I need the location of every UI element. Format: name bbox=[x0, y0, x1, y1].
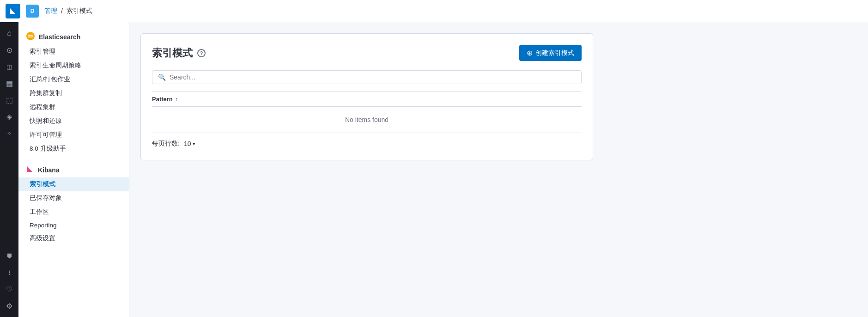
elasticsearch-label: Elasticsearch bbox=[39, 33, 80, 41]
sidebar-item-settings[interactable]: ⚙ bbox=[2, 299, 17, 313]
breadcrumb-current: 索引模式 bbox=[67, 7, 92, 15]
nav-item-snapshot-restore[interactable]: 快照和还原 bbox=[18, 114, 129, 128]
kibana-section-header: Kibana bbox=[18, 161, 129, 177]
nav-item-snapshot[interactable]: 汇总/打包作业 bbox=[18, 73, 129, 86]
sidebar-item-visualize[interactable]: ◫ bbox=[2, 59, 17, 74]
sort-icon[interactable]: ↑ bbox=[176, 97, 178, 102]
sidebar-item-apm[interactable]: ⌇ bbox=[2, 265, 17, 280]
kibana-label: Kibana bbox=[38, 166, 60, 174]
per-page-prefix: 每页行数: bbox=[152, 140, 180, 148]
nav-item-reporting[interactable]: Reporting bbox=[18, 219, 129, 232]
pagination-row: 每页行数: 10 ▾ bbox=[152, 139, 582, 149]
nav-section-gap bbox=[18, 156, 129, 161]
column-pattern-label: Pattern bbox=[152, 96, 173, 103]
sidebar-item-ml[interactable]: ⟡ bbox=[2, 126, 17, 140]
chevron-down-icon: ▾ bbox=[193, 141, 195, 147]
per-page-selector[interactable]: 10 ▾ bbox=[182, 139, 198, 149]
nav-item-advanced-settings[interactable]: 高级设置 bbox=[18, 232, 129, 245]
user-avatar[interactable]: D bbox=[26, 5, 39, 18]
nav-item-spaces[interactable]: 工作区 bbox=[18, 205, 129, 219]
nav-item-index-patterns[interactable]: 索引模式 bbox=[18, 177, 129, 191]
breadcrumb-divider: / bbox=[61, 7, 63, 15]
sidebar-item-dashboard[interactable]: ▦ bbox=[2, 76, 17, 91]
sidebar-item-maps[interactable]: ◈ bbox=[2, 109, 17, 124]
nav-item-index-lifecycle[interactable]: 索引生命周期策略 bbox=[18, 59, 129, 73]
per-page-value: 10 bbox=[184, 140, 191, 147]
breadcrumb-manage[interactable]: 管理 bbox=[44, 7, 57, 15]
elasticsearch-section-header: Elasticsearch bbox=[18, 28, 129, 45]
nav-item-saved-objects[interactable]: 已保存对象 bbox=[18, 191, 129, 205]
search-input[interactable] bbox=[170, 73, 576, 81]
no-items-label: No items found bbox=[345, 116, 388, 123]
page-title-text: 索引模式 bbox=[152, 46, 193, 60]
nav-item-license[interactable]: 许可可管理 bbox=[18, 128, 129, 142]
create-button-label: 创建索引模式 bbox=[535, 49, 574, 57]
icon-sidebar: ⌂ ⊙ ◫ ▦ ⬚ ◈ ⟡ ⛊ ⌇ ♡ ⚙ bbox=[0, 22, 18, 317]
kibana-section-logo-icon bbox=[26, 165, 34, 175]
sidebar-item-canvas[interactable]: ⬚ bbox=[2, 92, 17, 107]
sidebar-item-home[interactable]: ⌂ bbox=[2, 26, 17, 41]
nav-item-index-mgmt[interactable]: 索引管理 bbox=[18, 45, 129, 59]
kibana-logo-icon[interactable] bbox=[6, 4, 20, 18]
nav-item-remote-cluster[interactable]: 远程集群 bbox=[18, 100, 129, 114]
create-icon: ⊕ bbox=[527, 49, 533, 57]
create-index-pattern-button[interactable]: ⊕ 创建索引模式 bbox=[519, 45, 582, 61]
main-layout: ⌂ ⊙ ◫ ▦ ⬚ ◈ ⟡ ⛊ ⌇ ♡ ⚙ Elasticsearch 索引管理… bbox=[0, 22, 868, 317]
sidebar-item-discover[interactable]: ⊙ bbox=[2, 43, 17, 57]
table-header: Pattern ↑ bbox=[152, 91, 582, 107]
content-area: 索引模式 ? ⊕ 创建索引模式 🔍 Pattern ↑ No item bbox=[129, 22, 868, 317]
page-title-row: 索引模式 ? ⊕ 创建索引模式 bbox=[152, 45, 582, 61]
nav-item-upgrade[interactable]: 8.0 升级助手 bbox=[18, 142, 129, 156]
search-icon: 🔍 bbox=[158, 73, 166, 81]
nav-item-cross-cluster[interactable]: 跨集群复制 bbox=[18, 86, 129, 100]
topbar: D 管理 / 索引模式 bbox=[0, 0, 868, 22]
left-nav: Elasticsearch 索引管理 索引生命周期策略 汇总/打包作业 跨集群复… bbox=[18, 22, 129, 317]
search-bar: 🔍 bbox=[152, 70, 582, 84]
page-title: 索引模式 ? bbox=[152, 46, 206, 60]
content-card: 索引模式 ? ⊕ 创建索引模式 🔍 Pattern ↑ No item bbox=[140, 33, 593, 160]
sidebar-item-siem[interactable]: ⛊ bbox=[2, 249, 17, 263]
sidebar-item-uptime[interactable]: ♡ bbox=[2, 282, 17, 297]
svg-point-0 bbox=[26, 32, 35, 40]
table-empty-state: No items found bbox=[152, 107, 582, 133]
help-icon[interactable]: ? bbox=[197, 49, 206, 57]
elasticsearch-logo-icon bbox=[26, 31, 35, 42]
breadcrumb: 管理 / 索引模式 bbox=[44, 7, 92, 15]
